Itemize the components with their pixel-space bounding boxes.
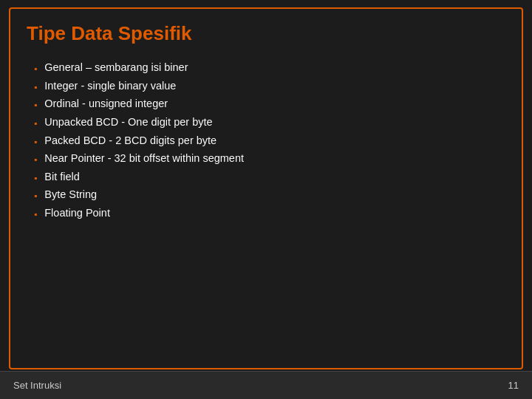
list-item-text: Near Pointer - 32 bit offset within segm… [44, 149, 244, 168]
slide-title: Tipe Data Spesifik [27, 22, 505, 45]
list-item: ▪Near Pointer - 32 bit offset within seg… [34, 149, 505, 168]
footer-right-label: 11 [508, 380, 519, 391]
list-item: ▪Floating Point [34, 204, 505, 222]
main-content: Tipe Data Spesifik ▪General – sembarang … [9, 7, 523, 369]
list-item-text: Packed BCD - 2 BCD digits per byte [44, 132, 216, 150]
footer: Set Intruksi 11 [0, 371, 532, 399]
list-item-text: Integer - single binary value [44, 77, 176, 95]
bullet-icon: ▪ [34, 80, 37, 95]
list-item-text: General – sembarang isi biner [44, 58, 188, 77]
list-item: ▪Byte String [34, 185, 505, 204]
slide-container: Tipe Data Spesifik ▪General – sembarang … [0, 0, 532, 399]
list-item: ▪General – sembarang isi biner [34, 58, 505, 77]
list-item: ▪Bit field [34, 168, 505, 186]
bullet-icon: ▪ [34, 152, 37, 167]
bullet-icon: ▪ [34, 188, 37, 203]
list-item-text: Byte String [44, 185, 97, 204]
bullet-icon: ▪ [34, 98, 37, 112]
list-item-text: Bit field [44, 168, 80, 186]
bullet-icon: ▪ [34, 134, 37, 149]
list-item: ▪Ordinal - unsigned integer [34, 95, 505, 113]
list-item-text: Floating Point [44, 204, 110, 222]
list-item: ▪Unpacked BCD - One digit per byte [34, 113, 505, 132]
bullet-icon: ▪ [34, 116, 37, 131]
bullet-icon: ▪ [34, 171, 37, 185]
bullet-icon: ▪ [34, 207, 37, 222]
footer-left-label: Set Intruksi [13, 380, 61, 391]
list-item: ▪Packed BCD - 2 BCD digits per byte [34, 132, 505, 150]
bullet-list: ▪General – sembarang isi biner▪Integer -… [34, 58, 505, 222]
bullet-icon: ▪ [34, 61, 37, 76]
list-item-text: Ordinal - unsigned integer [44, 95, 168, 113]
list-item: ▪Integer - single binary value [34, 77, 505, 95]
list-item-text: Unpacked BCD - One digit per byte [44, 113, 212, 132]
